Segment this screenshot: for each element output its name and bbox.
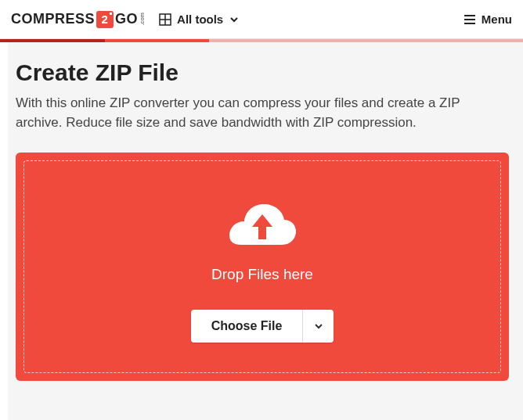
all-tools-label: All tools [177,13,223,26]
header: COMPRESS 2 GO .com All tools [0,0,523,39]
progress-strip [0,39,523,42]
page-description: With this online ZIP converter you can c… [16,94,509,132]
page-content: Create ZIP File With this online ZIP con… [0,42,523,420]
dropzone[interactable]: Drop Files here Choose File [23,160,501,373]
dropzone-container: Drop Files here Choose File [16,153,509,381]
chevron-down-icon [313,321,324,332]
choose-file-dropdown[interactable] [302,310,334,343]
logo-post: GO [115,11,138,27]
choose-file-button[interactable]: Choose File [191,310,303,343]
drop-files-label: Drop Files here [211,266,313,283]
logo[interactable]: COMPRESS 2 GO .com [11,11,145,28]
hamburger-icon [463,14,476,25]
logo-badge: 2 [96,11,114,28]
menu-label: Menu [482,13,512,26]
menu-button[interactable]: Menu [463,13,512,26]
page-title: Create ZIP File [16,59,509,86]
choose-file-group: Choose File [191,310,334,343]
logo-pre: COMPRESS [11,11,95,27]
cloud-upload-icon [227,202,298,260]
logo-suffix: .com [139,13,145,25]
grid-icon [159,13,171,26]
chevron-down-icon [229,14,240,25]
all-tools-menu[interactable]: All tools [159,13,240,26]
